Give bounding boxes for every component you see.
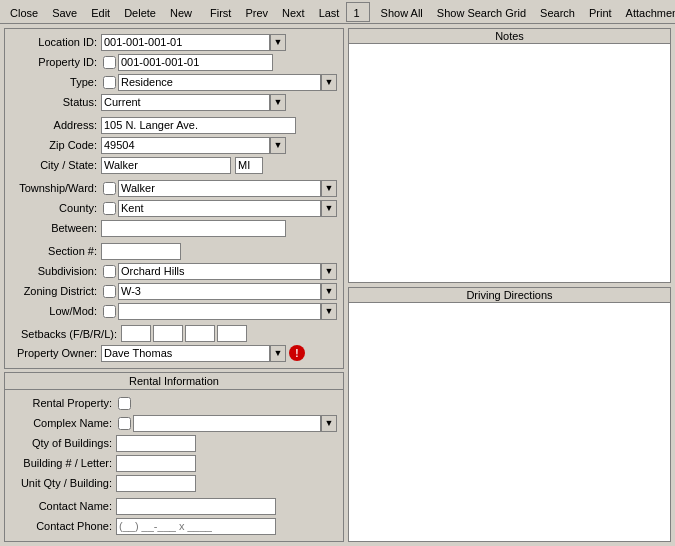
property-id-label: Property ID: <box>11 56 101 68</box>
search-button[interactable]: Search <box>533 2 582 22</box>
complex-name-row: Complex Name: ▼ <box>11 414 337 432</box>
show-all-button[interactable]: Show All <box>374 2 430 22</box>
new-button[interactable]: New <box>163 2 199 22</box>
property-id-row: Property ID: <box>11 53 337 71</box>
driving-textarea[interactable] <box>349 305 670 541</box>
rental-section: Rental Information Rental Property: Comp… <box>4 372 344 542</box>
close-button[interactable]: Close <box>3 2 45 22</box>
print-button[interactable]: Print <box>582 2 619 22</box>
type-checkbox[interactable] <box>103 76 116 89</box>
county-checkbox[interactable] <box>103 202 116 215</box>
location-form: Location ID: ▼ Property ID: Type: ▼ <box>4 28 344 369</box>
zoning-checkbox[interactable] <box>103 285 116 298</box>
subdivision-label: Subdivision: <box>11 265 101 277</box>
county-dropdown[interactable]: ▼ <box>321 200 337 217</box>
between-input[interactable] <box>101 220 286 237</box>
edit-button[interactable]: Edit <box>84 2 117 22</box>
between-label: Between: <box>11 222 101 234</box>
setback-f-input[interactable] <box>121 325 151 342</box>
qty-buildings-row: Qty of Buildings: <box>11 434 337 452</box>
contact-phone-input[interactable] <box>116 518 276 535</box>
location-id-input[interactable] <box>101 34 270 51</box>
location-id-label: Location ID: <box>11 36 101 48</box>
save-button[interactable]: Save <box>45 2 84 22</box>
notes-textarea[interactable] <box>349 46 670 282</box>
building-input[interactable] <box>116 455 196 472</box>
location-id-field-group: ▼ <box>101 34 286 51</box>
unit-qty-input[interactable] <box>116 475 196 492</box>
main-content: Location ID: ▼ Property ID: Type: ▼ <box>0 24 675 546</box>
show-search-grid-button[interactable]: Show Search Grid <box>430 2 533 22</box>
last-button[interactable]: Last <box>312 2 347 22</box>
zoning-row: Zoning District: ▼ <box>11 282 337 300</box>
city-input[interactable] <box>101 157 231 174</box>
setback-b-input[interactable] <box>153 325 183 342</box>
section-input[interactable] <box>101 243 181 260</box>
address-input[interactable] <box>101 117 296 134</box>
status-input[interactable] <box>101 94 270 111</box>
owner-input[interactable] <box>101 345 270 362</box>
zipcode-dropdown[interactable]: ▼ <box>270 137 286 154</box>
next-button[interactable]: Next <box>275 2 312 22</box>
location-id-row: Location ID: ▼ <box>11 33 337 51</box>
attachments-button[interactable]: Attachments <box>619 2 675 22</box>
notes-header: Notes <box>349 29 670 44</box>
first-button[interactable]: First <box>203 2 238 22</box>
zoning-label: Zoning District: <box>11 285 101 297</box>
subdivision-input[interactable] <box>118 263 321 280</box>
setbacks-row: Setbacks (F/B/R/L): <box>11 325 337 342</box>
toolbar: Close Save Edit Delete New First Prev Ne… <box>0 0 675 24</box>
zipcode-input[interactable] <box>101 137 270 154</box>
setbacks-inputs <box>121 325 247 342</box>
prev-button[interactable]: Prev <box>238 2 275 22</box>
address-row: Address: <box>11 116 337 134</box>
complex-dropdown[interactable]: ▼ <box>321 415 337 432</box>
page-indicator: 1 of 1 <box>346 2 369 22</box>
township-label: Township/Ward: <box>11 182 101 194</box>
location-id-dropdown[interactable]: ▼ <box>270 34 286 51</box>
lowmod-dropdown[interactable]: ▼ <box>321 303 337 320</box>
between-row: Between: <box>11 219 337 237</box>
owner-label: Property Owner: <box>11 347 101 359</box>
building-row: Building # / Letter: <box>11 454 337 472</box>
contact-name-input[interactable] <box>116 498 276 515</box>
zoning-input[interactable] <box>118 283 321 300</box>
delete-button[interactable]: Delete <box>117 2 163 22</box>
lowmod-checkbox[interactable] <box>103 305 116 318</box>
rental-property-checkbox[interactable] <box>118 397 131 410</box>
property-id-checkbox[interactable] <box>103 56 116 69</box>
property-id-input[interactable] <box>118 54 273 71</box>
setback-r-input[interactable] <box>185 325 215 342</box>
setback-l-input[interactable] <box>217 325 247 342</box>
address-label: Address: <box>11 119 101 131</box>
zoning-field-group: ▼ <box>118 283 337 300</box>
lowmod-input[interactable] <box>118 303 321 320</box>
subdivision-dropdown[interactable]: ▼ <box>321 263 337 280</box>
township-checkbox[interactable] <box>103 182 116 195</box>
complex-name-input[interactable] <box>133 415 321 432</box>
rental-body: Rental Property: Complex Name: ▼ Qty of … <box>5 390 343 541</box>
state-input[interactable] <box>235 157 263 174</box>
owner-dropdown[interactable]: ▼ <box>270 345 286 362</box>
setbacks-label: Setbacks (F/B/R/L): <box>11 328 121 340</box>
type-dropdown[interactable]: ▼ <box>321 74 337 91</box>
owner-row: Property Owner: ▼ ! <box>11 344 337 362</box>
zoning-dropdown[interactable]: ▼ <box>321 283 337 300</box>
zipcode-label: Zip Code: <box>11 139 101 151</box>
owner-alert-icon[interactable]: ! <box>289 345 305 361</box>
owner-field-group: ▼ <box>101 345 286 362</box>
status-dropdown[interactable]: ▼ <box>270 94 286 111</box>
qty-buildings-input[interactable] <box>116 435 196 452</box>
township-dropdown[interactable]: ▼ <box>321 180 337 197</box>
contact-name-row: Contact Name: <box>11 497 337 515</box>
township-input[interactable] <box>118 180 321 197</box>
driving-area: Driving Directions <box>348 287 671 542</box>
qty-buildings-label: Qty of Buildings: <box>11 437 116 449</box>
status-row: Status: ▼ <box>11 93 337 111</box>
county-input[interactable] <box>118 200 321 217</box>
type-input[interactable] <box>118 74 321 91</box>
subdivision-checkbox[interactable] <box>103 265 116 278</box>
lowmod-row: Low/Mod: ▼ <box>11 302 337 320</box>
complex-checkbox[interactable] <box>118 417 131 430</box>
zipcode-row: Zip Code: ▼ <box>11 136 337 154</box>
